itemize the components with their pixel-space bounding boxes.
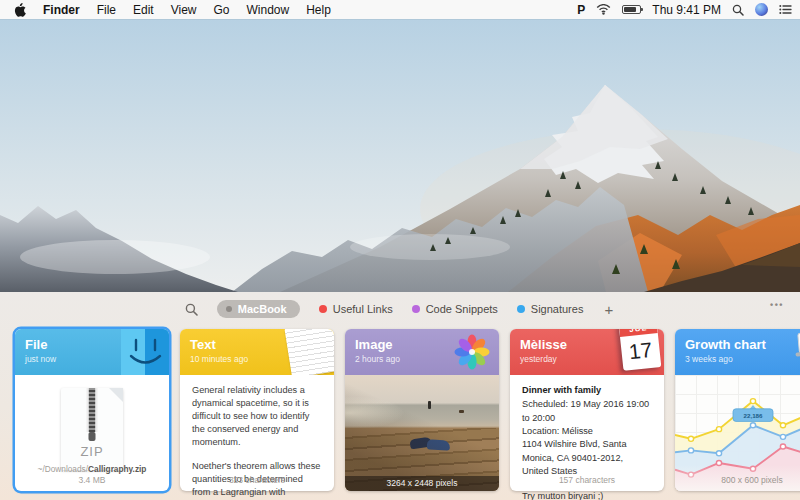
- menu-file[interactable]: File: [97, 3, 116, 17]
- card-header: Image 2 hours ago: [345, 329, 499, 375]
- text-paragraph: General relativity includes a dynamical …: [192, 384, 322, 449]
- menu-help[interactable]: Help: [306, 3, 331, 17]
- page-fold: [109, 388, 123, 402]
- chart-thumbnail: 22,186 800 x 600 pixels: [675, 375, 800, 491]
- zip-badge: ZIP: [61, 444, 123, 459]
- pinboard-code-snippets[interactable]: Code Snippets: [412, 303, 498, 315]
- pinboard-signatures[interactable]: Signatures: [517, 303, 584, 315]
- character-count: 323 characters: [180, 475, 334, 485]
- pinboard-dot: [412, 305, 420, 313]
- event-schedule: Scheduled: 19 May 2016 19:00 to 20:00: [522, 398, 652, 425]
- card-time: yesterday: [520, 354, 654, 364]
- pinboard-useful-links[interactable]: Useful Links: [319, 303, 393, 315]
- menu-bar: Finder File Edit View Go Window Help P T…: [0, 0, 800, 19]
- card-time: just now: [25, 354, 159, 364]
- card-title: Growth chart: [685, 337, 800, 352]
- zipper: [87, 388, 98, 432]
- card-time: 2 hours ago: [355, 354, 489, 364]
- card-title: Mèlisse: [520, 337, 654, 352]
- card-header: File just now: [15, 329, 169, 375]
- zipper-pull: [89, 432, 96, 441]
- clipboard-card-text[interactable]: Text 10 minutes ago General relativity i…: [180, 329, 334, 491]
- pinboard-label: Useful Links: [333, 303, 393, 315]
- paste-menu-extra-icon[interactable]: P: [577, 3, 585, 17]
- menu-view[interactable]: View: [171, 3, 197, 17]
- file-size: 3.4 MB: [15, 475, 169, 485]
- pinboard-toolbar: MacBook Useful Links Code Snippets Signa…: [0, 292, 800, 326]
- menu-edit[interactable]: Edit: [133, 3, 154, 17]
- pinboard-label: Signatures: [531, 303, 584, 315]
- pinboard-dot: [517, 305, 525, 313]
- battery-icon[interactable]: [622, 5, 641, 14]
- clipboard-card-chart[interactable]: Growth chart 3 weeks ago 22,186 800 x 60…: [675, 329, 800, 491]
- file-path: ~/Downloads/Calligraphy.zip: [15, 464, 169, 474]
- paste-panel: MacBook Useful Links Code Snippets Signa…: [0, 292, 800, 500]
- search-icon[interactable]: [185, 303, 198, 316]
- clipboard-card-image[interactable]: Image 2 hours ago 3264 x 2448 pixels: [345, 329, 499, 491]
- pinboard-dot: [319, 305, 327, 313]
- card-header: Text 10 minutes ago: [180, 329, 334, 375]
- pinboard-label: Code Snippets: [426, 303, 498, 315]
- pinboard-label: MacBook: [238, 303, 287, 315]
- card-time: 10 minutes ago: [190, 354, 324, 364]
- clipboard-card-file[interactable]: File just now ZIP ~/Downloads/Calligraph…: [15, 329, 169, 491]
- image-thumbnail: 3264 x 2448 pixels: [345, 375, 499, 491]
- card-title: Image: [355, 337, 489, 352]
- pinboard-macbook[interactable]: MacBook: [217, 300, 300, 318]
- menu-bar-clock[interactable]: Thu 9:41 PM: [652, 3, 721, 17]
- notification-center-icon[interactable]: [779, 4, 792, 15]
- image-dimensions: 800 x 600 pixels: [675, 475, 800, 485]
- pinboard-dot: [226, 306, 232, 312]
- more-options-button[interactable]: •••: [770, 300, 784, 310]
- card-header: JUL 17 Mèlisse yesterday: [510, 329, 664, 375]
- spotlight-icon[interactable]: [732, 4, 744, 16]
- file-name: Calligraphy.zip: [88, 464, 146, 474]
- wifi-icon[interactable]: [596, 4, 611, 15]
- menu-finder[interactable]: Finder: [43, 3, 80, 17]
- svg-text:22,186: 22,186: [744, 412, 764, 419]
- apple-menu-icon[interactable]: [14, 3, 26, 17]
- image-dimensions: 3264 x 2448 pixels: [345, 476, 499, 491]
- desktop: Finder File Edit View Go Window Help P T…: [0, 0, 800, 500]
- desktop-wallpaper: [0, 19, 800, 292]
- menu-window[interactable]: Window: [247, 3, 290, 17]
- siri-icon[interactable]: [755, 3, 768, 16]
- card-time: 3 weeks ago: [685, 354, 800, 364]
- finder-icon: [121, 329, 169, 375]
- character-count: 157 characters: [510, 475, 664, 485]
- menu-go[interactable]: Go: [214, 3, 230, 17]
- photo-shadow: [345, 375, 499, 491]
- event-title: Dinner with family: [522, 384, 652, 397]
- add-pinboard-button[interactable]: +: [602, 302, 615, 317]
- event-address: 1104 Wilshire Blvd, Santa Monica, CA 904…: [522, 438, 652, 478]
- event-note: Try mutton biryani ;): [522, 490, 652, 500]
- card-title: Text: [190, 337, 324, 352]
- note-paper-icon: [284, 329, 334, 375]
- zip-file-icon: ZIP: [61, 388, 123, 470]
- clipboard-card-event[interactable]: JUL 17 Mèlisse yesterday Dinner with fam…: [510, 329, 664, 491]
- event-location: Location: Mélisse: [522, 425, 652, 438]
- card-header: Growth chart 3 weeks ago: [675, 329, 800, 375]
- card-title: File: [25, 337, 159, 352]
- file-path-prefix: ~/Downloads/: [38, 464, 89, 474]
